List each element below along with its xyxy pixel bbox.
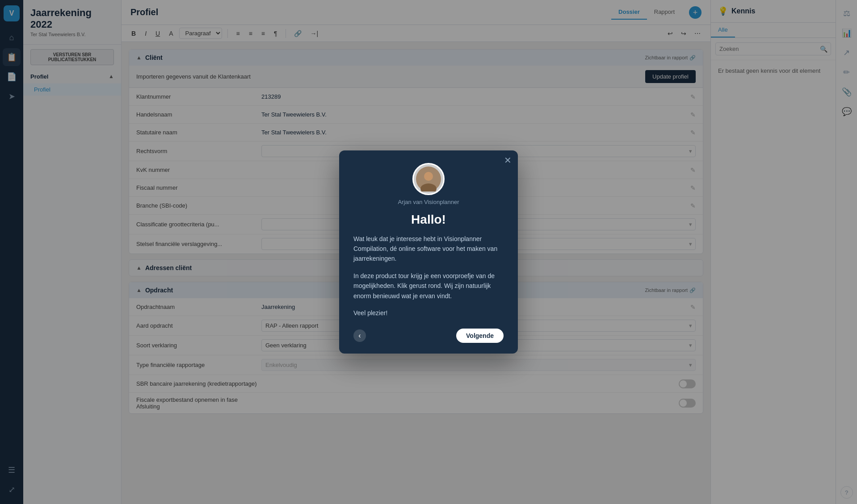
svg-point-1: [424, 172, 433, 181]
welcome-modal: ✕ Arjan van Visionplanner Hallo! Wat leu…: [339, 150, 518, 354]
modal-avatar-name: Arjan van Visionplanner: [398, 199, 459, 205]
modal-footer: ‹ Volgende: [353, 329, 504, 343]
modal-prev-button[interactable]: ‹: [353, 329, 366, 342]
modal-title: Hallo!: [353, 212, 504, 227]
modal-overlay: ✕ Arjan van Visionplanner Hallo! Wat leu…: [0, 0, 857, 504]
modal-next-button[interactable]: Volgende: [456, 329, 504, 343]
modal-body-p3: Veel plezier!: [353, 308, 504, 318]
modal-avatar: [412, 163, 445, 195]
modal-body: Wat leuk dat je interesse hebt in Vision…: [353, 234, 504, 318]
modal-avatar-wrap: Arjan van Visionplanner: [353, 163, 504, 205]
modal-body-p2: In deze product tour krijg je een voorpr…: [353, 271, 504, 301]
modal-body-p1: Wat leuk dat je interesse hebt in Vision…: [353, 234, 504, 264]
modal-close-button[interactable]: ✕: [504, 156, 512, 165]
